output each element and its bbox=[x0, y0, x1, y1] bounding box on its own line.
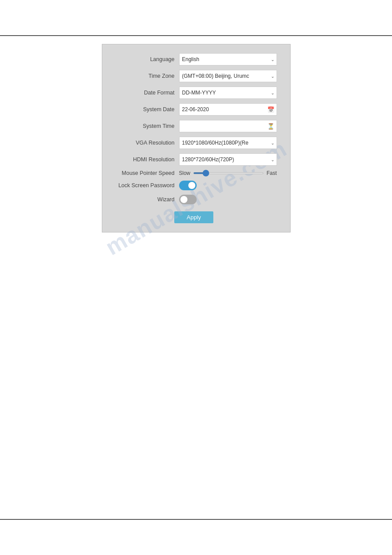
slider-slow-label: Slow bbox=[179, 170, 191, 176]
wizard-toggle-track bbox=[179, 195, 197, 204]
apply-button[interactable]: Apply bbox=[174, 211, 213, 223]
hdmi-resolution-select[interactable]: 1280*720/60Hz(720P) bbox=[179, 153, 277, 166]
date-format-row: Date Format DD-MM-YYYY ⌄ bbox=[111, 87, 277, 99]
system-date-input[interactable] bbox=[179, 103, 277, 116]
mouse-speed-slider[interactable] bbox=[193, 172, 264, 174]
system-time-row: System Time ⏳ bbox=[111, 120, 277, 132]
vga-resolution-label: VGA Resolution bbox=[111, 140, 179, 146]
system-date-label: System Date bbox=[111, 106, 179, 112]
settings-panel: Language English ⌄ Time Zone (GMT+08:00)… bbox=[102, 44, 291, 232]
bottom-border bbox=[0, 519, 392, 520]
date-format-select-wrapper: DD-MM-YYYY ⌄ bbox=[179, 87, 277, 99]
timezone-select[interactable]: (GMT+08:00) Beijing, Urumc bbox=[179, 70, 277, 82]
language-label: Language bbox=[111, 56, 179, 62]
timezone-row: Time Zone (GMT+08:00) Beijing, Urumc ⌄ bbox=[111, 70, 277, 82]
hdmi-resolution-select-wrapper: 1280*720/60Hz(720P) ⌄ bbox=[179, 153, 277, 166]
system-time-control: ⏳ bbox=[179, 120, 277, 132]
slider-fast-label: Fast bbox=[266, 170, 277, 176]
wizard-toggle[interactable] bbox=[179, 195, 197, 204]
date-format-control: DD-MM-YYYY ⌄ bbox=[179, 87, 277, 99]
lock-screen-password-toggle-thumb bbox=[188, 182, 195, 189]
wizard-row: Wizard bbox=[111, 195, 277, 204]
date-format-label: Date Format bbox=[111, 90, 179, 96]
apply-row: Apply bbox=[111, 211, 277, 223]
timezone-select-wrapper: (GMT+08:00) Beijing, Urumc ⌄ bbox=[179, 70, 277, 82]
lock-screen-password-toggle[interactable] bbox=[179, 181, 197, 190]
mouse-pointer-speed-label: Mouse Pointer Speed bbox=[111, 170, 179, 176]
lock-screen-password-toggle-track bbox=[179, 181, 197, 190]
system-date-input-wrapper: 📅 bbox=[179, 103, 277, 116]
top-border bbox=[0, 35, 392, 36]
hdmi-resolution-label: HDMI Resolution bbox=[111, 156, 179, 163]
mouse-pointer-speed-row: Mouse Pointer Speed Slow Fast bbox=[111, 170, 277, 176]
vga-resolution-row: VGA Resolution 1920*1080/60Hz(1080P)(Re … bbox=[111, 137, 277, 149]
timezone-control: (GMT+08:00) Beijing, Urumc ⌄ bbox=[179, 70, 277, 82]
language-select[interactable]: English bbox=[179, 53, 277, 65]
system-time-input-wrapper: ⏳ bbox=[179, 120, 277, 132]
wizard-control bbox=[179, 195, 277, 204]
vga-resolution-select-wrapper: 1920*1080/60Hz(1080P)(Re ⌄ bbox=[179, 137, 277, 149]
vga-resolution-select[interactable]: 1920*1080/60Hz(1080P)(Re bbox=[179, 137, 277, 149]
date-format-select[interactable]: DD-MM-YYYY bbox=[179, 87, 277, 99]
hdmi-resolution-row: HDMI Resolution 1280*720/60Hz(720P) ⌄ bbox=[111, 153, 277, 166]
system-time-label: System Time bbox=[111, 123, 179, 129]
language-control: English ⌄ bbox=[179, 53, 277, 65]
language-select-wrapper: English ⌄ bbox=[179, 53, 277, 65]
wizard-label: Wizard bbox=[111, 196, 179, 203]
system-time-input[interactable] bbox=[179, 120, 277, 132]
slider-container: Slow Fast bbox=[179, 170, 277, 176]
system-date-row: System Date 📅 bbox=[111, 103, 277, 116]
vga-resolution-control: 1920*1080/60Hz(1080P)(Re ⌄ bbox=[179, 137, 277, 149]
mouse-pointer-speed-control: Slow Fast bbox=[179, 170, 277, 176]
timezone-label: Time Zone bbox=[111, 73, 179, 79]
lock-screen-password-control bbox=[179, 181, 277, 190]
hdmi-resolution-control: 1280*720/60Hz(720P) ⌄ bbox=[179, 153, 277, 166]
lock-screen-password-row: Lock Screen Password bbox=[111, 181, 277, 190]
wizard-toggle-thumb bbox=[180, 196, 187, 203]
language-row: Language English ⌄ bbox=[111, 53, 277, 65]
lock-screen-password-label: Lock Screen Password bbox=[111, 182, 179, 189]
system-date-control: 📅 bbox=[179, 103, 277, 116]
